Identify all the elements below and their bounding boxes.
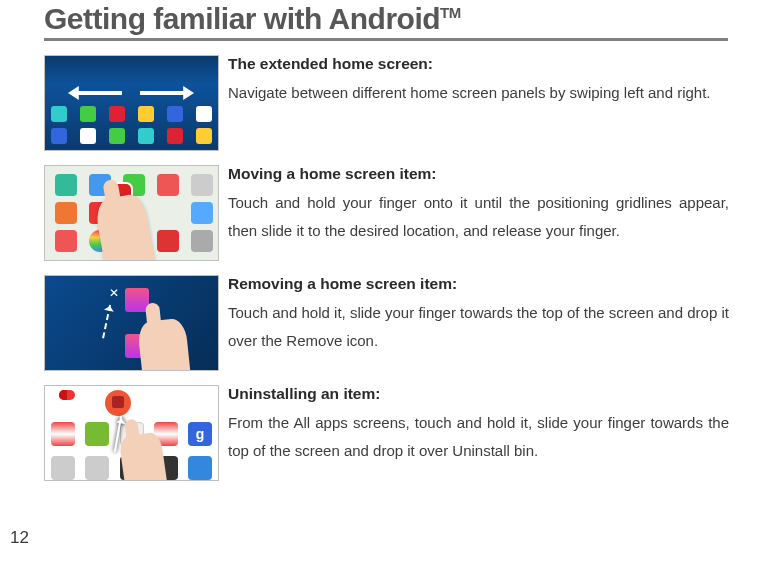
illustration-swipe-panels [44, 55, 219, 151]
section-heading: Removing a home screen item: [228, 275, 729, 293]
page-number: 12 [10, 528, 29, 548]
section-heading: Moving a home screen item: [228, 165, 729, 183]
arrow-right-icon [140, 86, 194, 100]
illustration-uninstall-item: g [44, 385, 219, 481]
section-removing-item: ✕ Removing a home screen item: Touch and… [44, 275, 729, 371]
illustration-remove-item: ✕ [44, 275, 219, 371]
section-heading: The extended home screen: [228, 55, 729, 73]
page-title-text: Getting familiar with Android [44, 2, 440, 35]
arrow-left-icon [68, 86, 122, 100]
section-text: From the All apps screens, touch and hol… [228, 409, 729, 465]
pill-icon [59, 390, 75, 400]
remove-x-icon: ✕ [109, 286, 119, 300]
hand-icon [94, 192, 159, 261]
arrow-up-icon [102, 305, 121, 341]
app-icon-row [51, 106, 212, 122]
page-title: Getting familiar with AndroidTM [44, 2, 729, 36]
app-icon-row [51, 128, 212, 144]
section-text: Touch and hold it, slide your finger tow… [228, 299, 729, 355]
section-moving-item: Moving a home screen item: Touch and hol… [44, 165, 729, 261]
section-text: Navigate between different home screen p… [228, 79, 729, 107]
section-text: Touch and hold your finger onto it until… [228, 189, 729, 245]
section-heading: Uninstalling an item: [228, 385, 729, 403]
hand-icon [137, 318, 193, 371]
section-extended-home: The extended home screen: Navigate betwe… [44, 55, 729, 151]
section-uninstalling-item: g Uninstalling an item: From the All app… [44, 385, 729, 481]
trademark-symbol: TM [440, 4, 461, 21]
illustration-move-item [44, 165, 219, 261]
title-underline [44, 38, 728, 41]
